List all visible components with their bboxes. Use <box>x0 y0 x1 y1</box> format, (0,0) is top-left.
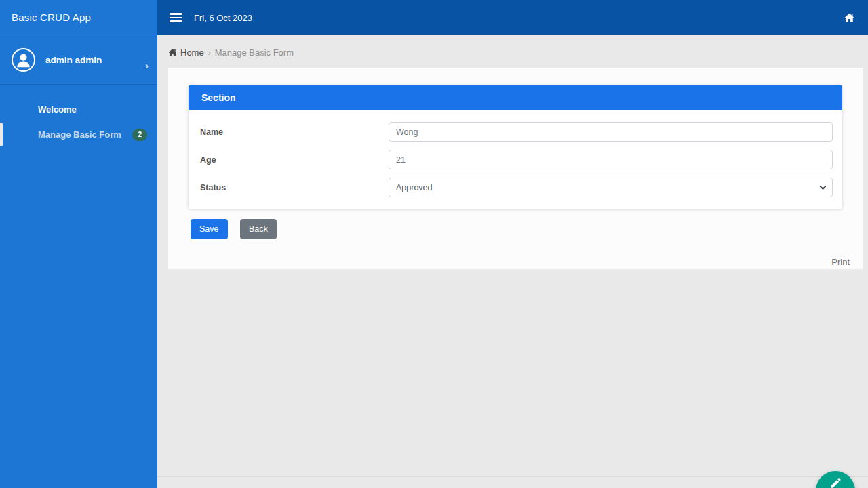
name-label: Name <box>200 127 389 137</box>
form-actions: Save Back <box>191 219 277 239</box>
age-field[interactable] <box>389 150 833 169</box>
home-icon <box>168 48 177 57</box>
footer-divider <box>157 476 868 477</box>
save-button[interactable]: Save <box>191 219 228 239</box>
status-label: Status <box>200 183 389 192</box>
print-link[interactable]: Print <box>831 257 850 267</box>
form-card: Section Name Age Status <box>189 85 842 209</box>
topbar: Fri, 6 Oct 2023 <box>157 0 868 35</box>
sidebar: Basic CRUD App admin admin › Welcome Man… <box>0 0 157 488</box>
back-button[interactable]: Back <box>240 219 277 239</box>
breadcrumb-home-link[interactable]: Home <box>168 47 204 58</box>
breadcrumb-home-label: Home <box>180 47 204 58</box>
sidebar-item-manage-basic-form[interactable]: Manage Basic Form 2 <box>0 122 157 147</box>
sidebar-item-welcome[interactable]: Welcome <box>0 97 157 122</box>
section-header: Section <box>189 85 842 110</box>
age-label: Age <box>200 155 389 165</box>
form-row-age: Age <box>200 150 833 169</box>
breadcrumb: Home › Manage Basic Form <box>168 47 294 58</box>
form-row-status: Status Approved <box>200 178 833 197</box>
user-name: admin admin <box>45 55 102 65</box>
status-select-wrap: Approved <box>389 178 833 197</box>
chevron-right-icon: › <box>145 60 149 71</box>
topbar-date: Fri, 6 Oct 2023 <box>194 13 252 23</box>
name-field[interactable] <box>389 122 833 142</box>
form-body: Name Age Status Approved <box>189 110 842 209</box>
pencil-icon <box>829 476 842 488</box>
user-panel[interactable]: admin admin › <box>0 35 157 85</box>
app-title: Basic CRUD App <box>0 0 157 35</box>
content-panel: Section Name Age Status <box>168 68 863 269</box>
hamburger-icon[interactable] <box>170 13 182 22</box>
count-badge: 2 <box>132 129 147 141</box>
form-row-name: Name <box>200 122 833 142</box>
active-indicator <box>0 123 3 146</box>
home-icon[interactable] <box>844 13 854 23</box>
menu-item-label: Manage Basic Form <box>38 129 121 140</box>
main-area: Fri, 6 Oct 2023 Home <box>157 0 868 488</box>
breadcrumb-current: Manage Basic Form <box>215 47 294 58</box>
menu-item-label: Welcome <box>38 104 77 115</box>
breadcrumb-separator: › <box>208 48 211 58</box>
status-select[interactable]: Approved <box>389 178 833 197</box>
content-area: Home › Manage Basic Form Section Name Ag… <box>157 35 868 488</box>
sidebar-menu: Welcome Manage Basic Form 2 <box>0 85 157 147</box>
user-avatar-icon <box>11 47 36 73</box>
